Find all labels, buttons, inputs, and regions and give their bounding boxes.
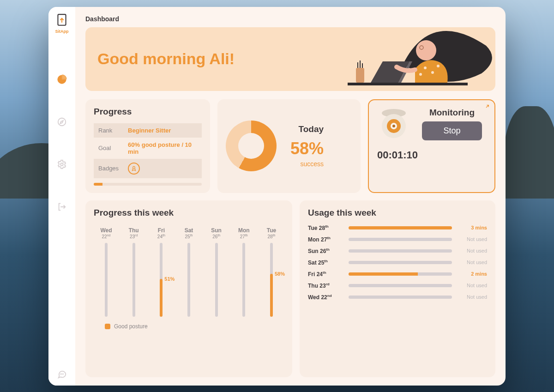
nav-settings-icon[interactable]: [57, 159, 67, 169]
today-subtitle: success: [290, 160, 324, 168]
bar-col: Sun 26th: [206, 227, 227, 317]
bar-track: [105, 243, 108, 317]
bar-dow: Sat: [185, 227, 193, 234]
svg-point-15: [419, 73, 422, 76]
bar-date: 28th: [267, 234, 275, 239]
nav-chat-icon[interactable]: [57, 369, 67, 379]
usage-row: Wed 22nd Not used: [308, 294, 487, 301]
bar-dow: Thu: [129, 227, 139, 234]
bar-date: 24th: [157, 234, 165, 239]
app-logo[interactable]: SitApp: [55, 13, 69, 34]
main-content: Dashboard Good morning Ali! Progress: [75, 7, 506, 386]
hero-illustration: [329, 27, 495, 91]
svg-rect-6: [348, 83, 468, 85]
nav-logout-icon[interactable]: [57, 202, 67, 212]
svg-point-1: [58, 118, 66, 126]
app-window: SitApp Dashboard Good morning Ali!: [48, 7, 506, 386]
usage-row: Sat 25th Not used: [308, 259, 487, 266]
page-title: Dashboard: [85, 15, 495, 23]
usage-day: Wed 22nd: [308, 294, 343, 301]
hero-banner: Good morning Ali!: [85, 27, 495, 91]
monitoring-title: Monitoring: [429, 108, 475, 118]
usage-day: Thu 23rd: [308, 282, 343, 289]
usage-day: Sat 25th: [308, 259, 343, 266]
rank-label: Rank: [94, 123, 123, 138]
bar-dow: Sun: [211, 227, 222, 234]
usage-row: Mon 27th Not used: [308, 236, 487, 243]
legend-label: Good posture: [114, 323, 148, 330]
monitoring-timer: 00:01:10: [377, 149, 486, 161]
bar-date: 23rd: [130, 234, 138, 239]
bar-track: [132, 243, 135, 317]
bar-col: Wed 22nd: [96, 227, 117, 317]
usage-bar: [349, 238, 452, 241]
chair-logo-icon: [56, 13, 68, 27]
usage-day: Mon 27th: [308, 236, 343, 243]
table-row: Goal 60% good posture / 10 min: [94, 138, 202, 159]
badges-label: Badges: [94, 159, 123, 178]
usage-bar: [349, 261, 452, 264]
svg-point-4: [62, 374, 62, 374]
usage-day: Tue 28th: [308, 224, 343, 231]
bar-date: 25th: [185, 234, 193, 239]
today-percent: 58%: [290, 139, 324, 158]
progress-title: Progress: [94, 107, 202, 117]
hero-greeting: Good morning Ali!: [97, 50, 235, 68]
svg-rect-7: [356, 68, 364, 83]
usage-title: Usage this week: [308, 208, 487, 218]
usage-value: 3 mins: [458, 225, 487, 230]
table-row: Badges: [94, 159, 202, 178]
week-progress-card: Progress this week Wed 22nd Thu 23rd Fri…: [85, 200, 292, 377]
svg-point-2: [60, 163, 63, 166]
bar-col: Sat 25th: [178, 227, 199, 317]
camera-icon: [377, 108, 410, 141]
svg-point-5: [63, 374, 63, 374]
stop-button[interactable]: Stop: [422, 121, 482, 140]
usage-value: Not used: [458, 294, 487, 300]
svg-point-14: [431, 71, 434, 74]
badge-icon: [128, 163, 140, 175]
week-progress-title: Progress this week: [94, 208, 284, 218]
usage-bar: [349, 249, 452, 253]
usage-row: Tue 28th 3 mins: [308, 224, 487, 231]
progress-card: Progress Rank Beginner Sitter Goal 60% g…: [85, 99, 210, 193]
chart-legend: Good posture: [94, 323, 284, 330]
bar-date: 22nd: [102, 234, 111, 239]
today-title: Today: [290, 124, 324, 134]
usage-value: Not used: [458, 236, 487, 242]
usage-bar: [349, 272, 452, 276]
week-progress-chart: Wed 22nd Thu 23rd Fri 24th 51% Sat 25th …: [94, 224, 284, 321]
today-card: Today 58% success: [217, 99, 361, 193]
svg-point-16: [437, 65, 440, 67]
usage-bar: [349, 226, 452, 229]
usage-row: Thu 23rd Not used: [308, 282, 487, 289]
svg-point-3: [60, 374, 61, 374]
today-donut-chart: [226, 121, 277, 171]
progress-table: Rank Beginner Sitter Goal 60% good postu…: [94, 123, 202, 178]
bar-date: 26th: [212, 234, 220, 239]
usage-value: 2 mins: [458, 271, 487, 277]
nav-dashboard-icon[interactable]: [57, 74, 67, 84]
bar-dow: Wed: [100, 227, 112, 234]
usage-row: Sun 26th Not used: [308, 247, 487, 254]
svg-point-22: [392, 125, 395, 127]
bar-col: Tue 28th 58%: [261, 227, 282, 317]
bar-dow: Mon: [238, 227, 250, 234]
monitoring-card: Monitoring Stop 00:01:10: [368, 99, 495, 193]
svg-point-13: [424, 66, 427, 69]
nav-explore-icon[interactable]: [57, 117, 67, 127]
progress-bar: [94, 183, 202, 186]
bar-col: Thu 23rd: [123, 227, 145, 317]
bar-date: 27th: [240, 234, 248, 239]
app-name: SitApp: [55, 29, 69, 34]
bar-track: [242, 243, 245, 317]
expand-icon[interactable]: [482, 104, 490, 113]
nav: [57, 74, 67, 212]
svg-point-11: [416, 40, 436, 60]
usage-bar: [349, 296, 452, 299]
bar-col: Mon 27th: [233, 227, 254, 317]
usage-value: Not used: [458, 283, 487, 288]
usage-bar: [349, 284, 452, 287]
usage-card: Usage this week Tue 28th 3 mins Mon 27th…: [300, 200, 495, 377]
bar-dow: Fri: [158, 227, 165, 234]
